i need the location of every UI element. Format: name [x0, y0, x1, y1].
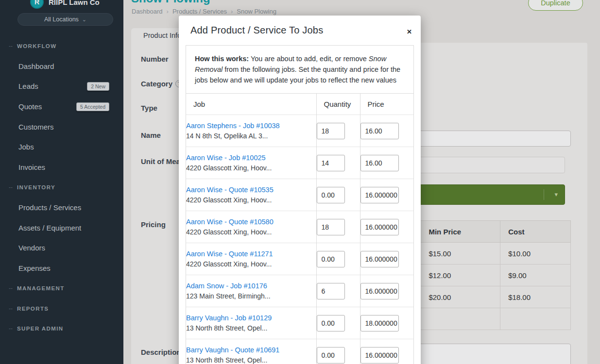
job-link[interactable]: Barry Vaughn - Quote #10691 [186, 346, 316, 354]
jobs-column-header: Job [186, 94, 316, 115]
job-address: 14 N 8th St, Opelika AL 3... [186, 132, 316, 140]
price-cell [360, 147, 413, 179]
job-link[interactable]: Aaron Wise - Quote #10535 [186, 186, 316, 194]
quantity-input[interactable] [317, 251, 345, 267]
price-input[interactable] [360, 219, 399, 235]
quantity-cell [316, 179, 360, 211]
price-cell [360, 211, 413, 243]
price-cell [360, 179, 413, 211]
quantity-input[interactable] [317, 283, 345, 299]
job-cell: Aaron Wise - Quote #105354220 Glasscott … [186, 179, 316, 211]
job-row: Aaron Wise - Quote #105354220 Glasscott … [186, 179, 413, 211]
modal-content: How this works: You are about to add, ed… [186, 45, 414, 364]
job-address: 4220 Glasscott Xing, Hoov... [186, 196, 316, 204]
quantity-input[interactable] [317, 347, 345, 364]
job-cell: Aaron Wise - Job #100254220 Glasscott Xi… [186, 147, 316, 179]
price-cell [360, 339, 413, 364]
quantity-input[interactable] [317, 155, 345, 171]
quantity-input[interactable] [317, 219, 345, 235]
quantity-cell [316, 275, 360, 307]
job-address: 123 Main Street, Birmingh... [186, 292, 316, 300]
job-cell: Barry Vaughn - Job #1012913 North 8th St… [186, 307, 316, 339]
job-link[interactable]: Aaron Wise - Quote #11271 [186, 250, 316, 258]
price-input[interactable] [360, 123, 399, 139]
price-cell [360, 307, 413, 339]
price-input[interactable] [360, 155, 399, 171]
job-row: Aaron Wise - Quote #105804220 Glasscott … [186, 211, 413, 243]
job-cell: Adam Snow - Job #10176123 Main Street, B… [186, 275, 316, 307]
job-link[interactable]: Aaron Wise - Job #10025 [186, 154, 316, 162]
intro-text-1: You are about to add, edit, or remove [249, 55, 369, 63]
job-row: Aaron Wise - Quote #112714220 Glasscott … [186, 243, 413, 275]
price-input[interactable] [360, 251, 399, 267]
intro-bold: How this works: [195, 55, 249, 63]
jobs-table-body: Aaron Stephens - Job #1003814 N 8th St, … [186, 115, 413, 364]
job-cell: Aaron Wise - Quote #112714220 Glasscott … [186, 243, 316, 275]
quantity-input[interactable] [317, 315, 345, 331]
price-input[interactable] [360, 187, 399, 203]
job-row: Aaron Stephens - Job #1003814 N 8th St, … [186, 115, 413, 147]
job-row: Barry Vaughn - Job #1012913 North 8th St… [186, 307, 413, 339]
quantity-input[interactable] [317, 187, 345, 203]
job-row: Aaron Wise - Job #100254220 Glasscott Xi… [186, 147, 413, 179]
close-icon[interactable]: ✕ [405, 26, 414, 37]
job-address: 4220 Glasscott Xing, Hoov... [186, 228, 316, 236]
job-link[interactable]: Aaron Wise - Quote #10580 [186, 218, 316, 226]
modal-intro-text: How this works: You are about to add, ed… [186, 46, 413, 93]
job-address: 13 North 8th Street, Opel... [186, 324, 316, 332]
quantity-cell [316, 211, 360, 243]
job-address: 4220 Glasscott Xing, Hoov... [186, 260, 316, 268]
job-cell: Aaron Wise - Quote #105804220 Glasscott … [186, 211, 316, 243]
jobs-table: JobQuantityPrice Aaron Stephens - Job #1… [186, 93, 413, 364]
quantity-cell [316, 115, 360, 147]
job-address: 13 North 8th Street, Opel... [186, 356, 316, 364]
job-cell: Aaron Stephens - Job #1003814 N 8th St, … [186, 115, 316, 147]
job-address: 4220 Glasscott Xing, Hoov... [186, 164, 316, 172]
quantity-input[interactable] [317, 123, 345, 139]
job-link[interactable]: Barry Vaughn - Job #10129 [186, 314, 316, 322]
quantity-cell [316, 339, 360, 364]
job-link[interactable]: Adam Snow - Job #10176 [186, 282, 316, 290]
modal-title: Add Product / Service To Jobs [190, 25, 409, 36]
quantity-cell [316, 307, 360, 339]
jobs-table-header-row: JobQuantityPrice [186, 94, 413, 115]
price-cell [360, 243, 413, 275]
price-input[interactable] [360, 347, 399, 364]
job-cell: Barry Vaughn - Quote #1069113 North 8th … [186, 339, 316, 364]
add-product-to-jobs-modal: Add Product / Service To Jobs ✕ How this… [179, 16, 421, 364]
price-input[interactable] [360, 283, 399, 299]
quantity-cell [316, 147, 360, 179]
job-row: Adam Snow - Job #10176123 Main Street, B… [186, 275, 413, 307]
modal-header: Add Product / Service To Jobs ✕ [179, 16, 421, 45]
jobs-column-header: Quantity [316, 94, 360, 115]
price-input[interactable] [360, 315, 399, 331]
intro-text-2: from the following jobs. Set the quantit… [195, 66, 400, 84]
quantity-cell [316, 243, 360, 275]
price-cell [360, 115, 413, 147]
job-link[interactable]: Aaron Stephens - Job #10038 [186, 122, 316, 130]
job-row: Barry Vaughn - Quote #1069113 North 8th … [186, 339, 413, 364]
jobs-column-header: Price [360, 94, 413, 115]
price-cell [360, 275, 413, 307]
